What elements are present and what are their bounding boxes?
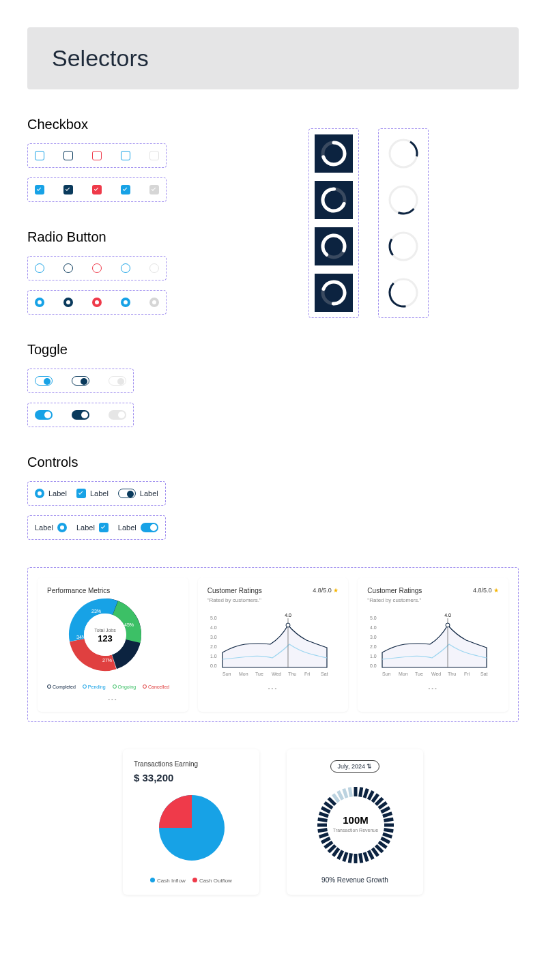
toggle-section: Toggle xyxy=(27,342,519,427)
rating-score: 4.8/5.0 ★ xyxy=(473,587,499,594)
radio-fill-lightblue2[interactable] xyxy=(121,298,130,307)
svg-text:45%: 45% xyxy=(124,622,134,627)
carousel-dots[interactable]: ••• xyxy=(47,696,179,702)
checkbox-heading: Checkbox xyxy=(27,117,519,132)
svg-text:Wed: Wed xyxy=(272,672,281,676)
radio-outline-lightblue2[interactable] xyxy=(121,263,130,273)
svg-point-32 xyxy=(286,623,290,627)
svg-text:Fri: Fri xyxy=(464,672,470,676)
controls-left-row: Label Label Label xyxy=(27,481,166,506)
svg-point-13 xyxy=(387,230,420,263)
control-radio-left[interactable]: Label xyxy=(35,489,67,498)
svg-line-74 xyxy=(373,848,378,856)
svg-line-66 xyxy=(383,813,392,816)
radio-fill-darkblue[interactable] xyxy=(63,298,73,307)
checkbox-fill-red[interactable] xyxy=(92,185,102,194)
checkbox-outline-red[interactable] xyxy=(92,151,102,160)
checkbox-outline-darkblue[interactable] xyxy=(63,151,73,160)
radio-outline-lightblue[interactable] xyxy=(35,263,44,273)
carousel-dots[interactable]: ••• xyxy=(207,685,339,691)
svg-text:Sat: Sat xyxy=(480,672,488,676)
radio-outline-darkblue[interactable] xyxy=(63,263,73,273)
svg-text:27%: 27% xyxy=(102,658,112,663)
page-header: Selectors xyxy=(27,27,519,89)
spinner-dark-2 xyxy=(315,181,353,219)
radio-filled-row xyxy=(27,290,167,315)
svg-line-85 xyxy=(321,838,330,842)
svg-text:Mon: Mon xyxy=(399,672,408,676)
svg-line-69 xyxy=(384,830,393,831)
toggle-on-darkblue[interactable] xyxy=(72,410,89,420)
control-checkbox-right[interactable]: Label xyxy=(76,523,109,532)
rev-growth: 90% Revenue Growth xyxy=(298,876,412,884)
rating-score: 4.8/5.0 ★ xyxy=(313,587,339,594)
svg-text:4.0: 4.0 xyxy=(444,613,451,618)
radio-fill-red[interactable] xyxy=(92,298,102,307)
svg-point-15 xyxy=(388,277,419,308)
svg-line-79 xyxy=(349,853,351,863)
svg-line-82 xyxy=(333,848,339,856)
svg-line-95 xyxy=(339,791,343,799)
checkbox-fill-lightblue[interactable] xyxy=(35,185,44,194)
svg-line-70 xyxy=(383,834,392,837)
svg-text:Transaction Revenue: Transaction Revenue xyxy=(333,828,378,833)
rating-card-1: Customer Ratings "Rated by customers." 4… xyxy=(198,577,349,712)
svg-text:0.0: 0.0 xyxy=(210,663,217,668)
svg-text:4.0: 4.0 xyxy=(370,625,377,630)
toggle-off-row xyxy=(27,369,134,393)
svg-text:Mon: Mon xyxy=(239,672,248,676)
control-toggle-right[interactable]: Label xyxy=(118,523,158,532)
control-radio-right[interactable]: Label xyxy=(35,523,67,532)
rating-sub: "Rated by customers." xyxy=(207,597,339,603)
control-checkbox-left[interactable]: Label xyxy=(76,489,109,498)
svg-line-73 xyxy=(376,846,383,852)
toggle-off-lightblue[interactable] xyxy=(35,376,53,386)
svg-text:1.0: 1.0 xyxy=(210,654,217,659)
toggle-off-darkblue[interactable] xyxy=(72,376,89,386)
checkbox-section: Checkbox xyxy=(27,117,519,202)
controls-section: Controls Label Label Label Label Label L… xyxy=(27,455,519,540)
svg-text:34%: 34% xyxy=(76,635,86,639)
svg-line-59 xyxy=(360,788,362,797)
checkbox-filled-row xyxy=(27,177,167,202)
svg-text:Sun: Sun xyxy=(382,672,391,676)
radio-outline-grey[interactable] xyxy=(149,263,159,273)
svg-text:4.0: 4.0 xyxy=(285,613,291,618)
date-badge[interactable]: July, 2024 ⇅ xyxy=(330,760,380,773)
perf-donut: Total Jobs 123 45% 27% 34% 23% xyxy=(47,597,163,679)
svg-text:3.0: 3.0 xyxy=(210,635,217,639)
checkbox-outline-lightblue2[interactable] xyxy=(121,151,130,160)
svg-line-96 xyxy=(344,789,347,798)
perf-card: Performance Metrics Total Jobs 123 45% 2… xyxy=(38,577,188,712)
svg-text:Thu: Thu xyxy=(448,672,456,676)
svg-line-62 xyxy=(373,794,378,802)
spinner-dark-4 xyxy=(315,274,353,312)
spinner-dark-3 xyxy=(315,227,353,265)
radio-outline-row xyxy=(27,256,167,280)
svg-line-80 xyxy=(344,852,347,861)
checkbox-outline-lightblue[interactable] xyxy=(35,151,44,160)
checkbox-outline-grey[interactable] xyxy=(149,151,159,160)
radio-fill-grey[interactable] xyxy=(149,298,159,307)
svg-text:3.0: 3.0 xyxy=(370,635,377,639)
carousel-dots[interactable]: ••• xyxy=(367,685,499,691)
control-label: Label xyxy=(90,489,109,498)
checkbox-fill-grey[interactable] xyxy=(149,185,159,194)
checkbox-fill-lightblue2[interactable] xyxy=(121,185,130,194)
toggle-icon xyxy=(118,489,136,498)
svg-line-97 xyxy=(349,788,351,797)
svg-point-48 xyxy=(446,623,450,627)
toggle-on-lightblue[interactable] xyxy=(35,410,53,420)
checkbox-outline-row xyxy=(27,143,167,168)
spinner-dark-col xyxy=(308,128,359,318)
radio-outline-red[interactable] xyxy=(92,263,102,273)
svg-text:Thu: Thu xyxy=(288,672,296,676)
checkbox-fill-darkblue[interactable] xyxy=(63,185,73,194)
control-label: Label xyxy=(48,489,67,498)
control-toggle-left[interactable]: Label xyxy=(118,489,158,498)
toggle-off-grey[interactable] xyxy=(109,376,126,386)
perf-title: Performance Metrics xyxy=(47,587,179,594)
toggle-on-grey[interactable] xyxy=(109,410,126,420)
svg-text:5.0: 5.0 xyxy=(370,616,377,620)
radio-fill-lightblue[interactable] xyxy=(35,298,44,307)
